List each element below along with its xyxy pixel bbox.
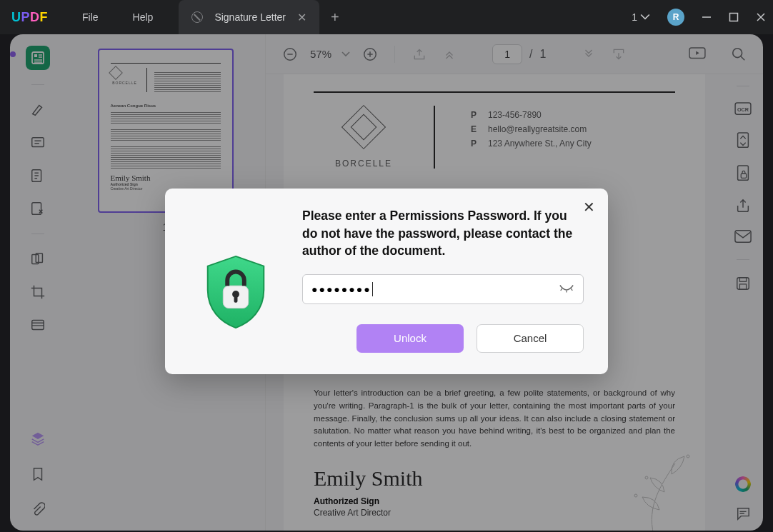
svg-rect-0: [730, 14, 738, 21]
modal-close-icon[interactable]: ✕: [583, 199, 595, 216]
close-icon[interactable]: [756, 12, 766, 22]
password-mask: ●●●●●●●●: [311, 283, 371, 295]
chevron-down-icon: [640, 12, 650, 22]
title-bar: UPDF File Help Signature Letter ✕ + 1 R: [0, 0, 773, 34]
show-password-icon[interactable]: [559, 283, 574, 295]
modal-message: Please enter a Permissions Password. If …: [302, 207, 584, 260]
tab-close-icon[interactable]: ✕: [297, 11, 306, 24]
unlock-button[interactable]: Unlock: [356, 324, 464, 353]
svg-rect-27: [234, 296, 238, 303]
new-tab-button[interactable]: +: [331, 9, 339, 26]
shield-lock-icon: [200, 254, 271, 331]
document-tab[interactable]: Signature Letter ✕: [179, 0, 319, 34]
app-logo: UPDF: [11, 10, 48, 25]
menu-help[interactable]: Help: [133, 11, 154, 23]
minimize-icon[interactable]: [702, 12, 712, 22]
password-modal: ✕ Please enter a Permiss: [165, 189, 608, 374]
text-cursor: [372, 282, 373, 296]
user-avatar[interactable]: R: [667, 9, 684, 26]
menu-file[interactable]: File: [82, 11, 99, 23]
cancel-button[interactable]: Cancel: [477, 324, 584, 353]
tab-doc-icon: [191, 11, 203, 23]
modal-overlay: ✕ Please enter a Permiss: [0, 34, 773, 532]
password-input[interactable]: ●●●●●●●●: [302, 274, 584, 304]
maximize-icon[interactable]: [729, 12, 739, 22]
tab-count[interactable]: 1: [632, 11, 650, 23]
tab-title: Signature Letter: [214, 11, 286, 23]
